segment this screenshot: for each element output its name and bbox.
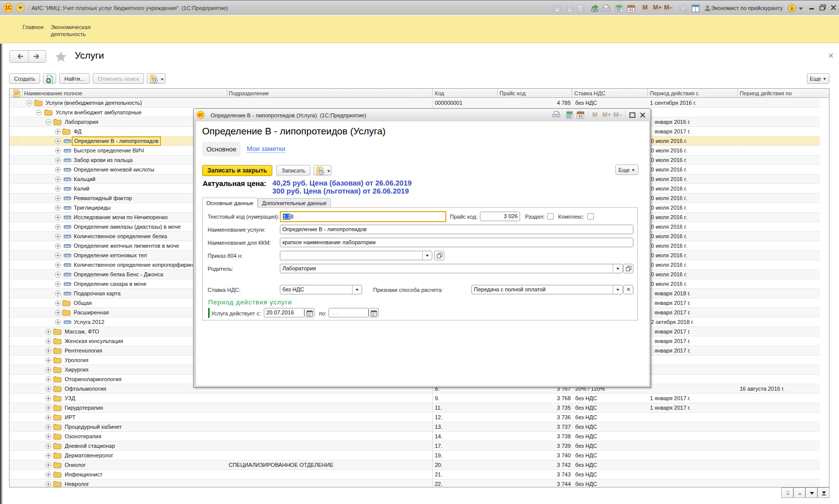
- svg-text:31: 31: [629, 8, 633, 12]
- svg-text:1С: 1С: [198, 112, 204, 117]
- svg-text:i: i: [791, 5, 792, 11]
- svg-text:31: 31: [578, 114, 583, 118]
- svg-text:1С: 1С: [5, 5, 12, 11]
